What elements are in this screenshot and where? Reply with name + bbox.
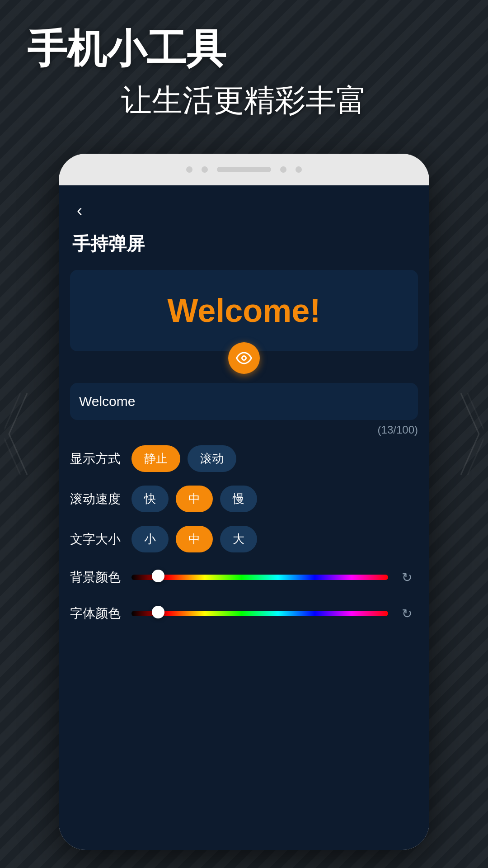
scroll-speed-slow-btn[interactable]: 慢: [220, 486, 257, 512]
phone-mockup: ‹ 手持弹屏 Welcome! Welcome (13/100): [59, 154, 429, 850]
settings-section: 显示方式 静止 滚动 滚动速度 快 中 慢 文字大小 小 中 大 背景颜色: [59, 436, 429, 647]
eye-button-wrapper: [59, 342, 429, 374]
text-size-large-btn[interactable]: 大: [220, 526, 257, 552]
scroll-speed-fast-btn[interactable]: 快: [131, 486, 169, 512]
font-color-reset-btn[interactable]: ↻: [395, 602, 418, 625]
display-mode-label: 显示方式: [70, 450, 124, 467]
font-color-track: [131, 611, 388, 616]
display-mode-static-btn[interactable]: 静止: [131, 445, 180, 472]
page-title: 手持弹屏: [59, 227, 429, 270]
bg-color-track: [131, 575, 388, 580]
text-input-value[interactable]: Welcome: [79, 394, 409, 409]
font-color-label: 字体颜色: [70, 605, 124, 622]
font-color-slider[interactable]: [131, 609, 388, 618]
phone-dot-4: [296, 166, 302, 173]
bg-color-slider[interactable]: [131, 573, 388, 581]
phone-screen: ‹ 手持弹屏 Welcome! Welcome (13/100): [59, 185, 429, 850]
display-mode-scroll-btn[interactable]: 滚动: [188, 445, 236, 472]
text-size-label: 文字大小: [70, 531, 124, 548]
app-subtitle: 让生活更精彩丰富: [27, 80, 461, 121]
scroll-speed-row: 滚动速度 快 中 慢: [70, 486, 418, 512]
bg-color-reset-btn[interactable]: ↻: [395, 566, 418, 589]
text-size-row: 文字大小 小 中 大: [70, 526, 418, 552]
screen-header: ‹: [59, 185, 429, 227]
header-area: 手机小工具 让生活更精彩丰富: [27, 27, 461, 121]
scroll-speed-medium-btn[interactable]: 中: [176, 486, 213, 512]
svg-point-0: [242, 356, 246, 360]
font-color-row: 字体颜色 ↻: [70, 602, 418, 625]
phone-speaker: [217, 167, 271, 172]
chevron-right-decoration: [452, 389, 488, 479]
back-button[interactable]: ‹: [72, 199, 87, 222]
eye-icon: [236, 350, 252, 366]
phone-dot-3: [280, 166, 286, 173]
preview-display-area: Welcome!: [70, 270, 418, 351]
bg-color-row: 背景颜色 ↻: [70, 566, 418, 589]
scroll-speed-label: 滚动速度: [70, 491, 124, 508]
phone-camera: [186, 166, 192, 173]
phone-top-bar: [59, 154, 429, 185]
phone-dot-2: [202, 166, 208, 173]
bg-color-thumb[interactable]: [152, 570, 164, 582]
preview-text: Welcome!: [168, 292, 321, 329]
display-mode-row: 显示方式 静止 滚动: [70, 445, 418, 472]
app-title: 手机小工具: [27, 27, 461, 71]
chevron-left-decoration: [0, 389, 36, 479]
text-size-small-btn[interactable]: 小: [131, 526, 169, 552]
font-color-thumb[interactable]: [152, 606, 164, 618]
text-size-medium-btn[interactable]: 中: [176, 526, 213, 552]
text-input-area[interactable]: Welcome: [70, 383, 418, 420]
bg-color-label: 背景颜色: [70, 569, 124, 586]
eye-button[interactable]: [228, 342, 260, 374]
char-count: (13/100): [70, 424, 418, 436]
